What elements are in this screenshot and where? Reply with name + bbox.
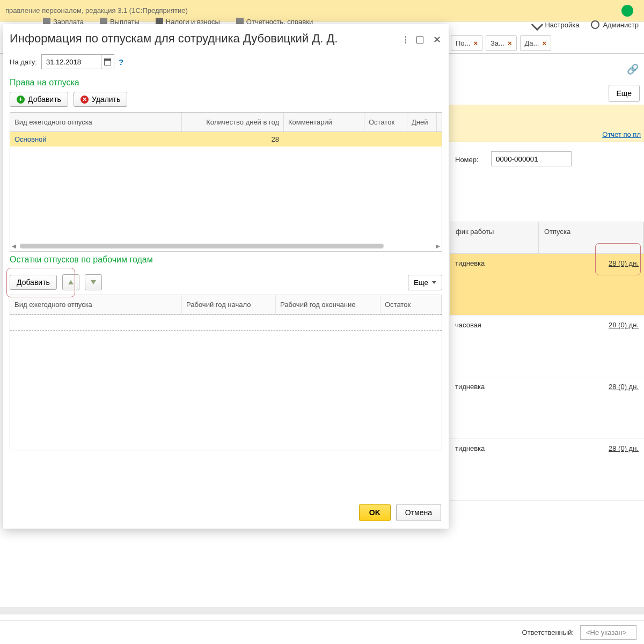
rights-toolbar: +Добавить ✕Удалить — [10, 92, 442, 107]
delete-button[interactable]: ✕Удалить — [74, 92, 127, 107]
horizontal-scrollbar[interactable] — [0, 607, 644, 614]
balances-grid-header: Вид ежегодного отпуска Рабочий год начал… — [10, 295, 442, 314]
empty-row-placeholder[interactable] — [10, 314, 442, 331]
col-comment: Комментарий — [284, 113, 364, 131]
scroll-right-icon[interactable]: ► — [434, 242, 442, 250]
bg-vacation-link[interactable]: 28 (0) дн. — [609, 444, 639, 452]
date-input[interactable] — [42, 55, 101, 69]
bg-tab-1[interactable]: По...× — [451, 35, 482, 51]
menu-admin[interactable]: Администр — [591, 20, 639, 29]
section-rights-title: Права на отпуска — [10, 78, 442, 87]
date-label: На дату: — [10, 58, 37, 66]
vacation-info-dialog: Информация по отпускам для сотрудника Ду… — [3, 24, 449, 529]
bg-row-4[interactable]: тидневка 28 (0) дн. — [450, 439, 644, 501]
delete-icon: ✕ — [80, 96, 89, 104]
right-menu: Настройка Администр — [533, 20, 644, 29]
calendar-button[interactable] — [101, 55, 114, 69]
dialog-footer: OK Отмена — [3, 497, 449, 529]
scroll-left-icon[interactable]: ◄ — [10, 242, 18, 250]
kebab-icon[interactable] — [405, 35, 407, 44]
link-icon[interactable]: 🔗 — [627, 63, 639, 73]
responsible-label: Ответственный: — [522, 628, 574, 636]
rights-grid-body[interactable]: Основной 28 — [10, 132, 442, 241]
balances-toolbar: Добавить Еще — [10, 274, 442, 290]
table-row[interactable]: Основной 28 — [10, 132, 442, 147]
col-remainder: Остаток — [380, 295, 442, 314]
help-icon[interactable]: ? — [119, 57, 123, 67]
dialog-titlebar: Информация по отпускам для сотрудника Ду… — [3, 24, 449, 49]
ok-button[interactable]: OK — [359, 504, 391, 521]
calendar-icon — [104, 58, 111, 65]
col-days-per-year: Количество дней в год — [182, 113, 284, 131]
section-balances-title: Остатки отпусков по рабочим годам — [10, 255, 442, 265]
rights-grid-header: Вид ежегодного отпуска Количество дней в… — [10, 113, 442, 132]
close-icon[interactable]: ✕ — [433, 34, 441, 46]
caret-down-icon — [432, 281, 436, 284]
col-vacation-type: Вид ежегодного отпуска — [10, 295, 182, 314]
tab-close-icon[interactable]: × — [542, 39, 546, 47]
add-button[interactable]: +Добавить — [10, 92, 68, 107]
wrench-icon — [531, 19, 544, 31]
bg-tab-2[interactable]: За...× — [486, 35, 517, 51]
add-balance-button[interactable]: Добавить — [10, 275, 57, 290]
balances-grid: Вид ежегодного отпуска Рабочий год начал… — [10, 295, 442, 450]
rights-grid: Вид ежегодного отпуска Количество дней в… — [10, 112, 442, 252]
col-days: Дней — [407, 113, 437, 131]
responsible-value[interactable]: <Не указан> — [580, 625, 636, 640]
bg-more-button[interactable]: Еще — [609, 85, 640, 102]
col-vacation-type: Вид ежегодного отпуска — [10, 113, 182, 131]
move-up-button[interactable] — [62, 274, 79, 290]
dialog-title: Информация по отпускам для сотрудника Ду… — [10, 32, 405, 46]
move-down-button[interactable] — [85, 274, 102, 290]
bg-vacation-link[interactable]: 28 (0) дн. — [609, 383, 639, 391]
highlight-marker — [595, 243, 641, 275]
menu-settings[interactable]: Настройка — [533, 20, 579, 29]
bg-number-input[interactable] — [491, 151, 572, 166]
col-remainder: Остаток — [364, 113, 407, 131]
cell-remainder — [364, 132, 407, 147]
more-button[interactable]: Еще — [408, 275, 442, 290]
tab-close-icon[interactable]: × — [473, 39, 478, 47]
tab-close-icon[interactable]: × — [508, 39, 512, 47]
cell-comment — [284, 132, 364, 147]
balances-grid-body[interactable] — [10, 331, 442, 450]
maximize-icon[interactable] — [416, 36, 423, 43]
bg-row-2[interactable]: часовая 28 (0) дн. — [450, 316, 644, 377]
bg-vacation-link[interactable]: 28 (0) дн. — [609, 321, 639, 329]
arrow-down-icon — [91, 280, 96, 284]
plus-icon: + — [17, 96, 25, 104]
col-year-start: Рабочий год начало — [182, 295, 276, 314]
bg-row-1[interactable]: тидневка 28 (0) дн. — [450, 254, 644, 316]
bg-row-3[interactable]: тидневка 28 (0) дн. — [450, 377, 644, 439]
gear-icon — [591, 20, 599, 29]
bg-col-schedule: фик работы — [450, 222, 539, 253]
app-title-fragment: правление персоналом, редакция 3.1 (1С:П… — [5, 6, 188, 14]
status-bar: Ответственный: <Не указан> — [0, 620, 644, 644]
col-year-end: Рабочий год окончание — [276, 295, 380, 314]
cell-days2 — [407, 132, 437, 147]
cell-days: 28 — [182, 132, 284, 147]
cancel-button[interactable]: Отмена — [396, 504, 441, 521]
bg-number-label: Номер: — [455, 156, 479, 164]
bg-report-link[interactable]: Отчет по пл — [602, 130, 641, 138]
cell-type: Основной — [10, 132, 182, 147]
arrow-up-icon — [68, 280, 74, 284]
link-icon-row: 🔗 — [627, 63, 639, 73]
bg-tab-3[interactable]: Да...× — [520, 35, 551, 51]
scrollbar-thumb[interactable] — [20, 244, 384, 248]
date-row: На дату: ? — [10, 54, 442, 69]
grid-hscroll[interactable]: ◄ ► — [10, 241, 442, 251]
date-input-group — [41, 54, 114, 69]
